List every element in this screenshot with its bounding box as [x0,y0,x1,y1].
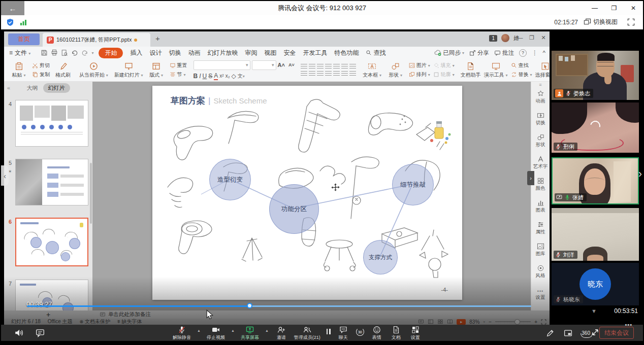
underline-button[interactable]: U [203,73,207,80]
hamburger-icon[interactable]: ≡ [9,49,13,56]
slide-thumbnail-6-selected[interactable]: 6 [4,218,92,268]
wps-document-tab[interactable]: P 160102117张婧, 答辩PPT.pptx [43,33,150,47]
shrink-font-button[interactable]: A˅ [288,62,295,67]
find-menu[interactable]: 查找 [366,49,385,57]
participant-tile-2[interactable]: 邢俐 [552,102,639,153]
wps-home-tab[interactable]: 首页 [8,33,40,45]
collapse-ribbon-icon[interactable]: ^ [543,50,545,56]
bold-button[interactable]: B [194,73,198,80]
present-tools-button[interactable]: 演示工具 ▾ [484,62,508,79]
collapse-panel-icon[interactable]: « [7,85,10,91]
text-tool-button[interactable]: 文▾ [238,73,245,80]
zoom-slider-knob[interactable] [514,319,520,325]
annotate-pencil-icon[interactable] [546,329,555,337]
rail-shapes[interactable]: 形状 [531,133,550,148]
add-slide-button[interactable]: + [4,310,92,319]
selection-pane-button[interactable]: 选择窗格 [535,62,550,79]
textbox-button[interactable]: 文本框 ▾ [362,62,382,79]
picture-button[interactable]: 图片▾ [409,62,430,69]
participant-tile-1[interactable]: 娄焕志 [552,51,639,100]
sync-status[interactable]: 已同步▾ [434,49,465,57]
maximize-button[interactable]: ❐ [604,1,624,15]
next-page-chevron[interactable]: › [638,167,642,181]
outline-button[interactable]: 轮廓▾ [433,71,455,78]
print-icon[interactable] [51,49,58,56]
paragraph-group[interactable] [298,60,359,80]
rail-chart[interactable]: 图表 [531,199,550,214]
ribbon-tab-transition[interactable]: 切换 [169,49,181,57]
more-options-icon[interactable]: ••• [625,322,632,328]
font-size-combo[interactable]: ▾ [252,60,276,70]
mic-options-arrow[interactable]: ▲ [197,329,201,332]
strike-button[interactable]: S [208,73,212,80]
tab-outline[interactable]: 大纲 [27,84,38,92]
format-painter-button[interactable]: 格式刷 [53,62,73,79]
section-button[interactable]: 节▾ [170,71,187,78]
rail-settings[interactable]: •••设置 [531,289,550,301]
participant-tile-4[interactable]: 刘洋 [552,208,639,261]
ribbon-tab-special[interactable]: 特色功能 [334,49,359,57]
rail-properties[interactable]: 属性 [531,221,550,235]
new-tab-button[interactable]: + [155,34,160,43]
more-menu-icon[interactable]: ⋮ [532,49,538,56]
superscript-button[interactable]: x² [219,73,223,79]
switch-view-button[interactable]: 切换视图 [584,18,618,26]
zoom-level[interactable]: 83% [469,319,479,325]
arrange-button[interactable]: 排列▾ [409,71,430,78]
ribbon-tab-view[interactable]: 视图 [264,49,276,57]
ribbon-tab-home[interactable]: 开始 [99,48,123,58]
slide-thumbnail-4[interactable]: 4 [4,100,92,149]
wps-close-button[interactable]: ✕ [539,34,548,41]
layout-button[interactable]: 版式 ▾ [146,62,167,79]
replay-30s-icon[interactable]: 30 [356,328,364,336]
missing-font-status[interactable]: T缺失字体 [117,318,142,325]
bubble-shape-evolution[interactable]: 造型衍变 [209,159,251,200]
redo-icon[interactable] [81,49,88,56]
ribbon-tab-developer[interactable]: 开发工具 [303,49,327,57]
paste-button[interactable]: 粘贴 ▾ [9,62,29,79]
ribbon-tab-slideshow[interactable]: 幻灯片放映 [207,49,238,57]
participant-tile-5[interactable]: 晓东 杨晓东 [552,263,639,305]
end-meeting-button[interactable]: 结束会议 ••• [599,327,634,339]
wps-maximize-button[interactable]: ❐ [528,34,536,41]
play-from-current-button[interactable]: 从当前开始 ▾ [79,62,108,79]
ribbon-tab-insert[interactable]: 插入 [130,49,142,57]
view-sorter-icon[interactable] [437,319,443,325]
docs-button[interactable]: 文档 [390,326,403,341]
doc-assistant-button[interactable]: 文档助手 [461,62,481,79]
network-signal-icon[interactable] [19,18,27,26]
qat-more-icon[interactable]: ▾ [91,51,93,55]
new-slide-button[interactable]: 新建幻灯片 ▾ [114,62,143,79]
stop-video-button[interactable]: 停止视频 [207,326,225,341]
theme-name[interactable]: Office 主题 [48,318,73,325]
zoom-slider[interactable] [495,321,531,322]
unmute-button[interactable]: 解除静音 [173,326,191,341]
ribbon-tab-review[interactable]: 审阅 [245,49,257,57]
slideshow-play-button[interactable]: ▸ [457,319,466,325]
zoom-in-button[interactable]: + [534,319,537,325]
current-slide[interactable]: 草图方案|Sketch Scheme [152,86,462,300]
rotate-360-icon[interactable]: 360 [582,330,590,336]
wps-minimize-button[interactable]: — [516,34,524,41]
fit-window-icon[interactable] [541,319,546,325]
settings-button[interactable]: 设置 [409,326,422,341]
rail-handle-icon[interactable]: ≡ [531,82,550,87]
playback-progress-bar[interactable] [27,305,531,307]
bubble-detail-refine[interactable]: 细节推敲 [392,164,434,205]
font-color-button[interactable]: A [214,72,218,80]
rail-transition[interactable]: 切换 [531,112,550,126]
scroll-participants-down-icon[interactable]: ▼ [591,308,597,314]
clear-format-icon[interactable]: ◇ [232,73,236,80]
share-button[interactable]: 分享 [469,49,489,57]
fullscreen-button[interactable] [627,18,635,26]
ribbon-tab-security[interactable]: 安全 [283,49,296,57]
replace-button[interactable]: 替换▾ [511,71,532,78]
share-screen-button[interactable]: 共享屏幕 [241,326,259,341]
panel-scrollbar[interactable] [90,163,92,224]
find-button[interactable]: 查找 [511,62,532,69]
slide-thumbnail-5[interactable]: 5 ✶ [4,159,92,208]
rail-animation[interactable]: 动画 [531,90,550,105]
font-name-combo[interactable]: ▾ [194,60,250,70]
progress-knob[interactable] [247,303,252,308]
grow-font-button[interactable]: A˄ [278,62,285,68]
